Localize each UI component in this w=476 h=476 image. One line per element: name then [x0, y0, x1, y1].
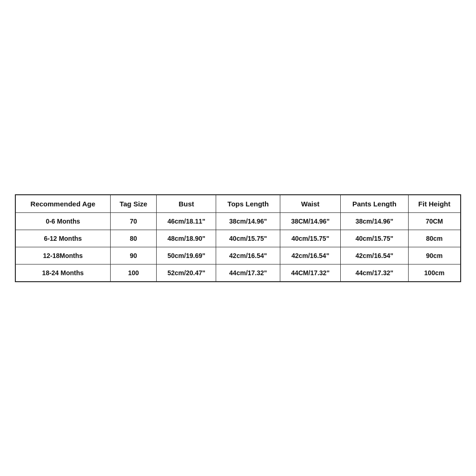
- size-chart-table: Recommended Age Tag Size Bust Tops Lengt…: [15, 194, 461, 282]
- cell-tag-size: 90: [110, 247, 157, 264]
- cell-tag-size: 100: [110, 264, 157, 282]
- table-row: 12-18Months9050cm/19.69"42cm/16.54"42cm/…: [15, 247, 461, 264]
- cell-pants-length: 38cm/14.96": [341, 212, 409, 230]
- table-header-row: Recommended Age Tag Size Bust Tops Lengt…: [15, 195, 461, 213]
- cell-age: 0-6 Months: [15, 212, 110, 230]
- table-row: 6-12 Months8048cm/18.90"40cm/15.75"40cm/…: [15, 230, 461, 247]
- cell-fit-height: 100cm: [408, 264, 461, 282]
- cell-pants-length: 42cm/16.54": [341, 247, 409, 264]
- cell-tag-size: 80: [110, 230, 157, 247]
- cell-tops-length: 44cm/17.32": [216, 264, 280, 282]
- cell-tag-size: 70: [110, 212, 157, 230]
- cell-age: 18-24 Months: [15, 264, 110, 282]
- cell-tops-length: 38cm/14.96": [216, 212, 280, 230]
- cell-waist: 44CM/17.32": [280, 264, 341, 282]
- table-row: 0-6 Months7046cm/18.11"38cm/14.96"38CM/1…: [15, 212, 461, 230]
- header-waist: Waist: [280, 195, 341, 213]
- header-fit-height: Fit Height: [408, 195, 461, 213]
- cell-fit-height: 70CM: [408, 212, 461, 230]
- cell-age: 12-18Months: [15, 247, 110, 264]
- size-chart-container: Recommended Age Tag Size Bust Tops Lengt…: [15, 194, 461, 282]
- cell-age: 6-12 Months: [15, 230, 110, 247]
- cell-waist: 38CM/14.96": [280, 212, 341, 230]
- cell-bust: 50cm/19.69": [157, 247, 216, 264]
- header-tops-length: Tops Length: [216, 195, 280, 213]
- cell-bust: 52cm/20.47": [157, 264, 216, 282]
- header-pants-length: Pants Length: [341, 195, 409, 213]
- cell-fit-height: 80cm: [408, 230, 461, 247]
- header-recommended-age: Recommended Age: [15, 195, 110, 213]
- cell-pants-length: 44cm/17.32": [341, 264, 409, 282]
- table-row: 18-24 Months10052cm/20.47"44cm/17.32"44C…: [15, 264, 461, 282]
- cell-pants-length: 40cm/15.75": [341, 230, 409, 247]
- cell-fit-height: 90cm: [408, 247, 461, 264]
- header-bust: Bust: [157, 195, 216, 213]
- cell-waist: 42cm/16.54": [280, 247, 341, 264]
- cell-waist: 40cm/15.75": [280, 230, 341, 247]
- cell-tops-length: 40cm/15.75": [216, 230, 280, 247]
- cell-bust: 46cm/18.11": [157, 212, 216, 230]
- cell-bust: 48cm/18.90": [157, 230, 216, 247]
- cell-tops-length: 42cm/16.54": [216, 247, 280, 264]
- header-tag-size: Tag Size: [110, 195, 157, 213]
